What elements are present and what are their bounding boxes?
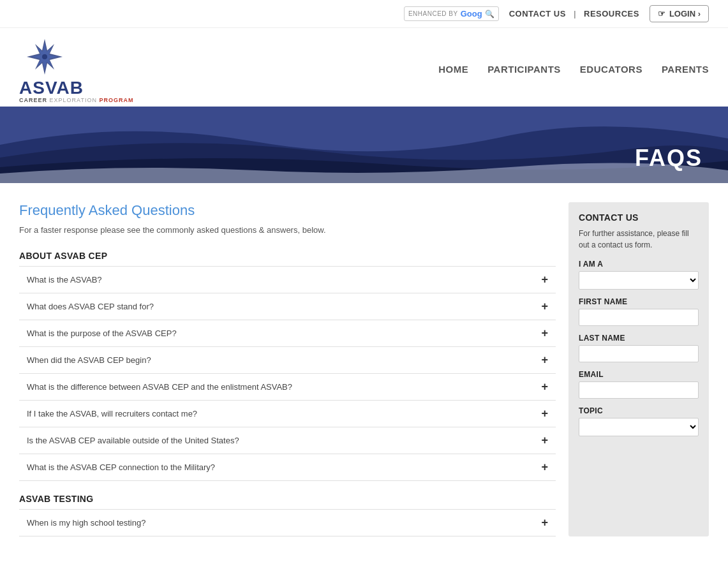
faq-expand-icon: + bbox=[541, 434, 548, 447]
svg-point-2 bbox=[42, 54, 47, 59]
wave-banner: FAQS bbox=[0, 107, 728, 183]
topic-field: TOPIC General Testing Results Other bbox=[579, 406, 699, 436]
faq-question: What is the ASVAB? bbox=[27, 275, 102, 285]
faq-item[interactable]: What is the difference between ASVAB CEP… bbox=[19, 373, 556, 400]
nav-educators[interactable]: EDUCATORS bbox=[580, 64, 643, 75]
nav-participants[interactable]: PARTICIPANTS bbox=[487, 64, 561, 75]
nav-parents[interactable]: PARENTS bbox=[662, 64, 709, 75]
email-label: EMAIL bbox=[579, 370, 699, 379]
section1-heading: ABOUT ASVAB CEP bbox=[19, 251, 556, 261]
main-nav: HOME PARTICIPANTS EDUCATORS PARENTS bbox=[438, 64, 709, 75]
faq-section1: What is the ASVAB?+What does ASVAB CEP s… bbox=[19, 266, 556, 481]
faq-question: What is the difference between ASVAB CEP… bbox=[27, 382, 292, 392]
page-subtitle: For a faster response please see the com… bbox=[19, 225, 556, 235]
faq-expand-icon: + bbox=[541, 300, 548, 313]
faq-item[interactable]: What is the ASVAB CEP connection to the … bbox=[19, 454, 556, 481]
search-area[interactable]: ENHANCED BY Goog 🔍 bbox=[404, 6, 499, 21]
enhanced-label: ENHANCED BY bbox=[408, 10, 458, 17]
contact-us-link[interactable]: CONTACT US bbox=[509, 9, 566, 18]
iam-field: I AM A Student Educator Parent Counselor bbox=[579, 260, 699, 290]
email-input[interactable] bbox=[579, 381, 699, 399]
faq-question: What is the purpose of the ASVAB CEP? bbox=[27, 329, 177, 338]
faq-expand-icon: + bbox=[541, 380, 548, 394]
faq-question: When did the ASVAB CEP begin? bbox=[27, 355, 151, 365]
firstname-field: FIRST NAME bbox=[579, 297, 699, 326]
top-bar-links: CONTACT US | RESOURCES bbox=[509, 9, 639, 18]
faq-item[interactable]: Is the ASVAB CEP available outside of th… bbox=[19, 427, 556, 454]
firstname-input[interactable] bbox=[579, 309, 699, 326]
content-area: Frequently Asked Questions For a faster … bbox=[0, 183, 728, 556]
logo-text: ASVAB CAREER EXPLORATION PROGRAM bbox=[19, 79, 133, 103]
faq-item[interactable]: What does ASVAB CEP stand for?+ bbox=[19, 293, 556, 320]
section2-heading: ASVAB TESTING bbox=[19, 494, 556, 504]
faq-section2: When is my high school testing?+ bbox=[19, 509, 556, 536]
resources-link[interactable]: RESOURCES bbox=[584, 9, 639, 18]
lastname-field: LAST NAME bbox=[579, 334, 699, 362]
logo-area: ASVAB CAREER EXPLORATION PROGRAM bbox=[19, 34, 133, 103]
faq-expand-icon: + bbox=[541, 353, 548, 367]
nav-home[interactable]: HOME bbox=[438, 64, 468, 75]
faqs-banner-title: FAQS bbox=[635, 145, 702, 172]
faq-expand-icon: + bbox=[541, 407, 548, 420]
email-field: EMAIL bbox=[579, 370, 699, 399]
google-brand: Goog bbox=[461, 9, 482, 18]
contact-sidebar: CONTACT US For further assistance, pleas… bbox=[568, 202, 709, 536]
lastname-label: LAST NAME bbox=[579, 334, 699, 343]
topic-label: TOPIC bbox=[579, 406, 699, 415]
hand-icon: ☞ bbox=[658, 9, 665, 18]
sidebar-title: CONTACT US bbox=[579, 212, 699, 223]
login-button[interactable]: ☞ LOGIN › bbox=[650, 5, 709, 22]
iam-label: I AM A bbox=[579, 260, 699, 269]
faq-item[interactable]: When is my high school testing?+ bbox=[19, 509, 556, 536]
lastname-input[interactable] bbox=[579, 345, 699, 362]
faq-item[interactable]: What is the ASVAB?+ bbox=[19, 266, 556, 293]
faq-question: If I take the ASVAB, will recruiters con… bbox=[27, 409, 197, 418]
main-content: Frequently Asked Questions For a faster … bbox=[19, 202, 556, 536]
faq-question: Is the ASVAB CEP available outside of th… bbox=[27, 436, 239, 445]
topic-select[interactable]: General Testing Results Other bbox=[579, 418, 699, 436]
faq-question: When is my high school testing? bbox=[27, 518, 145, 528]
faq-item[interactable]: What is the purpose of the ASVAB CEP?+ bbox=[19, 320, 556, 346]
site-header: ASVAB CAREER EXPLORATION PROGRAM HOME PA… bbox=[0, 28, 728, 103]
faq-expand-icon: + bbox=[541, 516, 548, 529]
page-title: Frequently Asked Questions bbox=[19, 202, 556, 219]
faq-item[interactable]: When did the ASVAB CEP begin?+ bbox=[19, 346, 556, 373]
faq-question: What is the ASVAB CEP connection to the … bbox=[27, 462, 215, 472]
logo-star-icon bbox=[19, 34, 70, 79]
top-bar: ENHANCED BY Goog 🔍 CONTACT US | RESOURCE… bbox=[0, 0, 728, 28]
iam-select[interactable]: Student Educator Parent Counselor bbox=[579, 271, 699, 290]
faq-question: What does ASVAB CEP stand for? bbox=[27, 302, 154, 311]
faq-expand-icon: + bbox=[541, 461, 548, 474]
search-icon[interactable]: 🔍 bbox=[485, 10, 494, 18]
faq-expand-icon: + bbox=[541, 327, 548, 340]
sidebar-description: For further assistance, please fill out … bbox=[579, 228, 699, 251]
faq-item[interactable]: If I take the ASVAB, will recruiters con… bbox=[19, 400, 556, 427]
logo-subtext: CAREER EXPLORATION PROGRAM bbox=[19, 97, 133, 103]
divider: | bbox=[574, 9, 576, 18]
firstname-label: FIRST NAME bbox=[579, 297, 699, 306]
faq-expand-icon: + bbox=[541, 273, 548, 286]
asvab-text: ASVAB bbox=[19, 79, 133, 97]
